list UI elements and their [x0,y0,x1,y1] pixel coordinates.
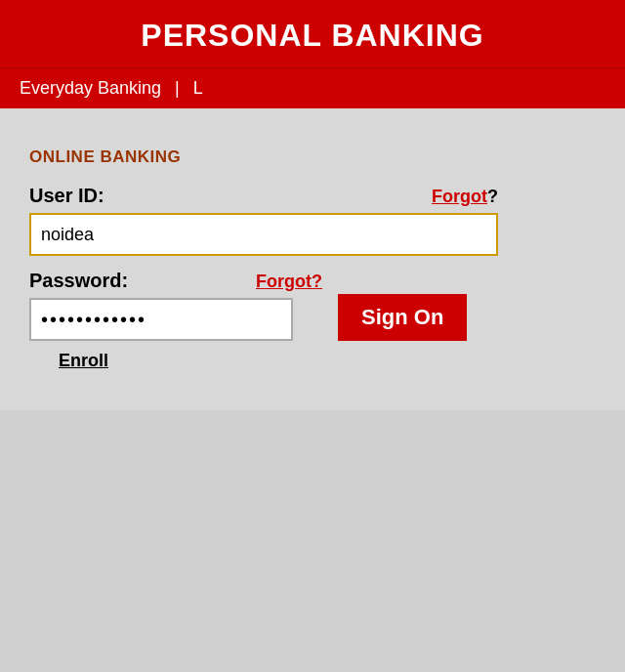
userid-forgot-row: Forgot? [432,187,498,207]
header-title: PERSONAL BANKING [141,18,483,53]
password-row: Password: Forgot? Sign On [29,270,596,341]
password-input[interactable] [29,298,293,341]
userid-input[interactable] [29,213,498,256]
header-banner: PERSONAL BANKING [0,0,625,67]
userid-forgot-link[interactable]: Forgot [432,187,487,206]
password-label-row: Password: Forgot? [29,270,322,292]
userid-label: User ID: [29,185,104,207]
userid-forgot-suffix: ? [487,187,498,206]
nav-divider: | [175,78,180,99]
enroll-link[interactable]: Enroll [59,351,108,370]
nav-other[interactable]: L [193,78,203,99]
userid-label-row: User ID: Forgot? [29,185,498,207]
enroll-row: Enroll [59,351,596,371]
online-banking-box: ONLINE BANKING User ID: Forgot? Password… [29,138,596,381]
password-left: Password: Forgot? [29,270,322,341]
nav-everyday-banking[interactable]: Everyday Banking [20,78,161,99]
password-label: Password: [29,270,128,292]
nav-bar: Everyday Banking | L [0,67,625,108]
main-content: ONLINE BANKING User ID: Forgot? Password… [0,108,625,410]
password-forgot-link[interactable]: Forgot? [256,272,322,292]
sign-on-button[interactable]: Sign On [338,294,467,341]
online-banking-title: ONLINE BANKING [29,147,596,167]
